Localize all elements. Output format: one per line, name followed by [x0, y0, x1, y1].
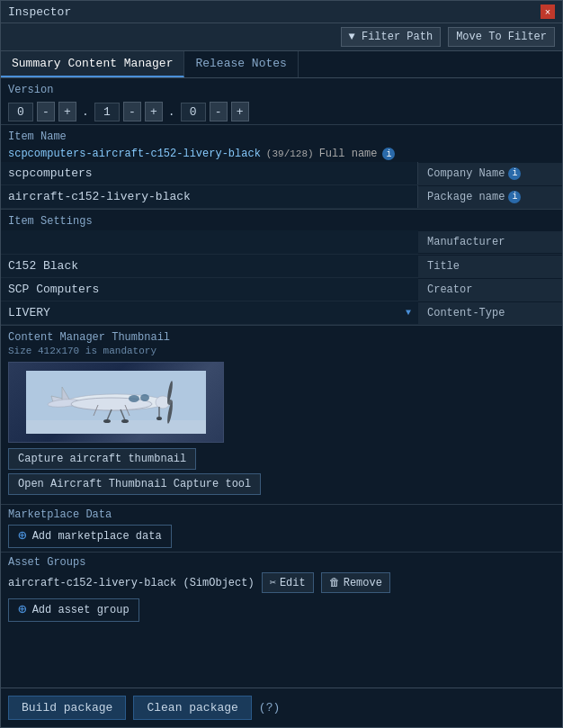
version-patch-plus[interactable]: + [231, 102, 249, 121]
version-minor-minus[interactable]: - [123, 102, 141, 121]
version-minor-plus[interactable]: + [145, 102, 163, 121]
marketplace-label: Marketplace Data [8, 508, 555, 521]
package-name-label: Package name i [418, 186, 562, 208]
version-patch-input[interactable] [181, 103, 206, 121]
capture-thumbnail-button[interactable]: Capture aircraft thumbnail [8, 448, 196, 470]
open-capture-tool-button[interactable]: Open Aircraft Thumbnail Capture tool [8, 473, 261, 495]
move-to-filter-button[interactable]: Move To Filter [448, 27, 555, 47]
creator-row: SCP Computers Creator [1, 278, 562, 301]
aircraft-svg [26, 371, 206, 434]
scissors-icon: ✂ [270, 576, 276, 589]
content-type-dropdown[interactable]: LIVERY ▼ [1, 301, 418, 324]
svg-rect-1 [26, 420, 206, 434]
bottom-bar: Build package Clean package (?) [1, 688, 562, 727]
title-label: Title [418, 256, 562, 277]
asset-group-name: aircraft-c152-livery-black (SimObject) [8, 577, 255, 589]
fullname-row: scpcomputers-aircraft-c152-livery-black … [1, 146, 562, 162]
svg-point-11 [140, 394, 149, 401]
content-type-label: Content-Type [418, 302, 562, 324]
remove-button[interactable]: 🗑 Remove [321, 572, 390, 593]
asset-groups-label: Asset Groups [8, 556, 555, 569]
content-type-row: LIVERY ▼ Content-Type [1, 301, 562, 325]
creator-value[interactable]: SCP Computers [1, 278, 418, 301]
version-patch-minus[interactable]: - [210, 102, 228, 121]
add-asset-group-button[interactable]: ⊕ Add asset group [8, 598, 139, 622]
edit-button[interactable]: ✂ Edit [262, 572, 314, 593]
creator-label: Creator [418, 279, 562, 301]
clean-package-button[interactable]: Clean package [133, 696, 251, 720]
manufacturer-label: Manufacturer [418, 231, 562, 253]
package-name-info-icon[interactable]: i [508, 191, 521, 203]
full-name-label: Full name [319, 148, 378, 160]
package-name-row: aircraft-c152-livery-black Package name … [1, 185, 562, 209]
company-name-info-icon[interactable]: i [508, 167, 521, 180]
thumbnail-subtitle: Size 412x170 is mandatory [8, 346, 555, 356]
marketplace-section: Marketplace Data ⊕ Add marketplace data [1, 505, 562, 552]
window-title: Inspector [8, 5, 71, 19]
inspector-window: Inspector × ▼ Filter Path Move To Filter… [0, 0, 563, 728]
svg-point-18 [121, 419, 129, 423]
company-name-value: scpcomputers [1, 162, 418, 184]
company-name-label: Company Name i [418, 163, 562, 184]
version-major-input[interactable] [8, 103, 33, 121]
title-row: C152 Black Title [1, 255, 562, 278]
version-row: - + . - + . - + [1, 99, 562, 124]
company-name-row: scpcomputers Company Name i [1, 162, 562, 185]
content-type-value: LIVERY [8, 306, 50, 319]
trash-icon: 🗑 [329, 576, 340, 589]
toolbar: ▼ Filter Path Move To Filter [1, 23, 562, 51]
package-name-value: aircraft-c152-livery-black [1, 185, 418, 208]
help-button[interactable]: (?) [259, 701, 280, 715]
svg-point-17 [103, 419, 111, 423]
thumbnail-section: Content Manager Thumbnail Size 412x170 i… [1, 326, 562, 504]
title-value[interactable]: C152 Black [1, 255, 418, 277]
thumbnail-title: Content Manager Thumbnail [8, 331, 555, 344]
svg-point-7 [71, 398, 152, 410]
asset-groups-section: Asset Groups aircraft-c152-livery-black … [1, 553, 562, 625]
version-major-plus[interactable]: + [58, 102, 76, 121]
add-asset-circle-plus-icon: ⊕ [18, 603, 27, 617]
tab-summary[interactable]: Summary Content Manager [1, 51, 184, 77]
svg-point-20 [156, 417, 162, 420]
filter-path-button[interactable]: ▼ Filter Path [341, 27, 442, 47]
full-name-info-icon[interactable]: i [382, 148, 395, 160]
full-name-value: scpcomputers-aircraft-c152-livery-black [8, 148, 261, 160]
manufacturer-value[interactable] [1, 230, 418, 254]
item-name-label: Item Name [1, 125, 562, 146]
asset-group-item: aircraft-c152-livery-black (SimObject) ✂… [8, 572, 555, 593]
tabs-bar: Summary Content Manager Release Notes [1, 51, 562, 78]
name-badge: (39/128) [266, 148, 314, 159]
svg-point-10 [129, 395, 139, 402]
build-package-button[interactable]: Build package [8, 696, 126, 720]
version-minor-input[interactable] [94, 103, 120, 121]
manufacturer-row: Manufacturer [1, 230, 562, 255]
version-major-minus[interactable]: - [37, 102, 55, 121]
version-label: Version [1, 78, 562, 99]
content-type-arrow-icon: ▼ [406, 308, 411, 318]
tab-release-notes[interactable]: Release Notes [184, 51, 298, 77]
close-button[interactable]: × [541, 4, 555, 19]
title-bar: Inspector × [1, 1, 562, 23]
main-content: Version - + . - + . - + Item Name scpcom… [1, 78, 562, 688]
thumbnail-image [8, 362, 224, 443]
add-marketplace-data-button[interactable]: ⊕ Add marketplace data [8, 525, 172, 548]
item-settings-label: Item Settings [1, 210, 562, 230]
circle-plus-icon: ⊕ [18, 529, 27, 544]
